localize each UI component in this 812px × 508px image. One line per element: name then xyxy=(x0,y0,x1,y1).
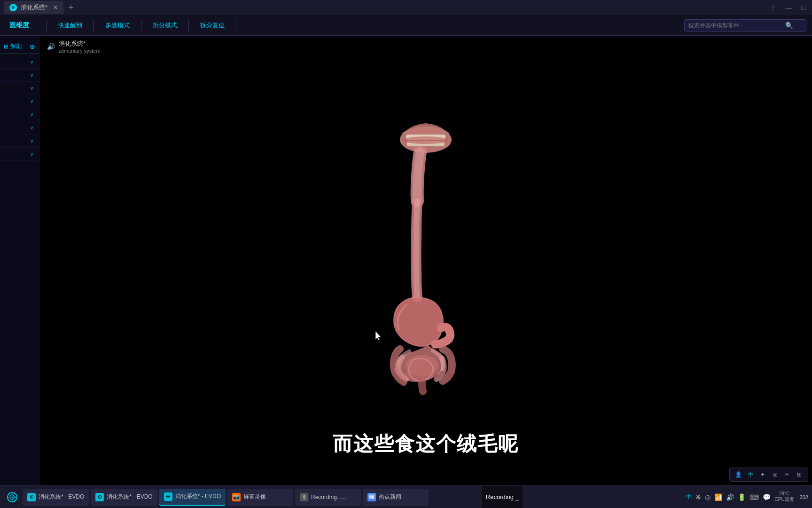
titlebar: ⊕ 消化系统* ✕ + ⋮ — □ xyxy=(0,0,812,15)
digestive-system-model xyxy=(351,114,501,396)
sidebar-item-7-chevron: ∨ xyxy=(30,138,33,143)
taskbar-app-1-label: 消化系统* - EVDO xyxy=(39,493,84,501)
svg-point-3 xyxy=(403,136,448,144)
sidebar-item-5-chevron: ∨ xyxy=(30,112,33,117)
tray-scissors-icon[interactable]: ✂ xyxy=(782,470,792,479)
sidebar-item-3[interactable]: ∨ xyxy=(0,82,39,95)
brand-label: 医维度 xyxy=(6,21,33,30)
taskbar-app-6-label: 热点新闻 xyxy=(379,493,401,501)
sys-tray-overlay: 👤 中 ✦ ◎ ✂ ⊞ xyxy=(729,468,808,482)
taskbar-app-4[interactable]: 📷 屏幕录像 xyxy=(227,489,293,506)
sidebar-item-1-chevron: ∨ xyxy=(30,59,33,64)
sidebar-item-1[interactable]: ∨ xyxy=(0,56,39,69)
taskbar-app-2-icon: ⊕ xyxy=(95,493,104,501)
start-button[interactable] xyxy=(4,489,21,506)
sidebar-header-add-icon[interactable]: ⊕ xyxy=(30,43,35,50)
recording-label: Recording _ xyxy=(482,486,523,508)
taskbar-app-4-label: 屏幕录像 xyxy=(243,493,266,501)
toolbar-separator-2 xyxy=(94,20,94,31)
esophagus-region xyxy=(416,201,418,297)
sound-icon[interactable]: 🔊 xyxy=(47,43,55,50)
taskbar-app-4-icon: 📷 xyxy=(232,493,241,501)
tray-chat-icon[interactable]: 💬 xyxy=(763,493,771,501)
tray-circle-icon[interactable]: ◎ xyxy=(770,470,780,479)
sidebar-item-6-chevron: ∨ xyxy=(30,125,33,130)
sidebar-item-7[interactable]: ∨ xyxy=(0,135,39,148)
toolbar-separator-4 xyxy=(188,20,189,31)
tab-icon: ⊕ xyxy=(9,4,17,11)
taskbar: ⊕ 消化系统* - EVDO ⊕ 消化系统* - EVDO ⊕ 消化系统* - … xyxy=(0,485,812,508)
sidebar: ⊞ 解剖 ⊕ ∨ ∨ ∨ ∨ ∨ ∨ ∨ xyxy=(0,36,39,485)
tray-user-icon[interactable]: 👤 xyxy=(734,470,743,479)
sidebar-item-2[interactable]: ∨ xyxy=(0,69,39,82)
active-tab[interactable]: ⊕ 消化系统* ✕ xyxy=(4,1,63,14)
tray-keyboard-icon[interactable]: ⌨ xyxy=(750,493,759,501)
time-value: 202 xyxy=(800,494,808,500)
maximize-btn[interactable]: □ xyxy=(799,3,808,12)
svg-point-5 xyxy=(406,364,434,381)
search-icon[interactable]: 🔍 xyxy=(785,22,793,29)
cpu-temp-label: CPU温度 xyxy=(774,496,794,503)
clock-display[interactable]: 202 xyxy=(800,494,808,500)
toolbar-separator-1 xyxy=(46,20,47,31)
sidebar-item-6[interactable]: ∨ xyxy=(0,121,39,135)
tray-volume-icon[interactable]: 🔊 xyxy=(726,493,734,501)
search-input[interactable] xyxy=(688,22,782,29)
tab-close-btn[interactable]: ✕ xyxy=(53,4,58,11)
subtitle-text: 而这些食这个绒毛呢 xyxy=(333,431,519,457)
taskbar-app-6[interactable]: 📰 热点新闻 xyxy=(363,489,429,506)
taskbar-app-5-icon: 🎙 xyxy=(300,493,308,501)
tray-lang-icon[interactable]: 中 xyxy=(746,470,755,479)
taskbar-app-5[interactable]: 🎙 Recording...... xyxy=(295,489,361,506)
sidebar-item-3-chevron: ∨ xyxy=(30,86,33,91)
sidebar-header[interactable]: ⊞ 解剖 ⊕ xyxy=(0,40,39,54)
cpu-temp-value: 29°C xyxy=(779,491,789,496)
sidebar-header-icon: ⊞ xyxy=(4,43,8,50)
tray-asterisk-icon[interactable]: ✦ xyxy=(758,470,767,479)
taskbar-app-2[interactable]: ⊕ 消化系统* - EVDO xyxy=(91,489,157,506)
cpu-temp-display: 29°C CPU温度 xyxy=(774,491,794,503)
new-tab-button[interactable]: + xyxy=(65,2,77,13)
taskbar-app-5-label: Recording...... xyxy=(311,494,346,500)
model-name-english: alimentary system xyxy=(59,48,101,54)
sidebar-item-4-chevron: ∨ xyxy=(30,99,33,104)
sidebar-item-8-chevron: ∨ xyxy=(30,151,33,157)
toolbar: 医维度 快速解剖 多选模式 拆分模式 拆分复位 🔍 xyxy=(0,15,812,36)
tray-wifi-icon[interactable]: 📶 xyxy=(714,493,722,501)
tray-network-icon[interactable]: ❋ xyxy=(695,493,701,501)
stomach-region xyxy=(394,297,444,346)
taskbar-app-1[interactable]: ⊕ 消化系统* - EVDO xyxy=(23,489,89,506)
model-title: 🔊 消化系统* alimentary system xyxy=(47,40,101,54)
taskbar-app-1-icon: ⊕ xyxy=(27,493,36,501)
disassemble-btn[interactable]: 拆分模式 xyxy=(145,19,185,32)
sidebar-item-5[interactable]: ∨ xyxy=(0,108,39,121)
taskbar-app-3-label: 消化系统* - EVDO xyxy=(175,492,221,500)
tray-settings-icon[interactable]: ◎ xyxy=(705,493,710,501)
quick-dissect-btn[interactable]: 快速解剖 xyxy=(50,19,90,32)
taskbar-app-6-icon: 📰 xyxy=(367,493,376,501)
mouth-region xyxy=(400,123,452,153)
tray-grid-icon[interactable]: ⊞ xyxy=(795,470,804,479)
tray-battery-icon[interactable]: 🔋 xyxy=(738,493,746,501)
menu-btn[interactable]: ⋮ xyxy=(767,3,779,12)
tray-lang-icon[interactable]: 中 xyxy=(686,493,692,501)
sidebar-header-label: 解剖 xyxy=(10,42,22,50)
reset-btn[interactable]: 拆分复位 xyxy=(193,19,232,32)
main-layout: ⊞ 解剖 ⊕ ∨ ∨ ∨ ∨ ∨ ∨ ∨ xyxy=(0,36,812,485)
taskbar-app-3-active[interactable]: ⊕ 消化系统* - EVDO xyxy=(159,489,226,506)
taskbar-app-2-label: 消化系统* - EVDO xyxy=(107,493,152,501)
window-controls: ⋮ — □ xyxy=(767,3,808,12)
sidebar-item-4[interactable]: ∨ xyxy=(0,95,39,108)
sidebar-item-8[interactable]: ∨ xyxy=(0,148,39,161)
taskbar-right-tray: 中 ❋ ◎ 📶 🔊 🔋 ⌨ 💬 29°C CPU温度 202 xyxy=(686,491,808,503)
minimize-btn[interactable]: — xyxy=(783,3,795,12)
multi-select-btn[interactable]: 多选模式 xyxy=(98,19,137,32)
throat-region xyxy=(417,152,420,201)
taskbar-app-3-icon: ⊕ xyxy=(164,492,172,501)
sidebar-item-2-chevron: ∨ xyxy=(30,72,33,78)
3d-viewport[interactable]: 🔊 消化系统* alimentary system xyxy=(39,36,812,485)
search-box[interactable]: 🔍 xyxy=(684,19,806,32)
toolbar-separator-5 xyxy=(236,20,236,31)
toolbar-separator-3 xyxy=(141,20,141,31)
tab-label: 消化系统* xyxy=(21,3,47,12)
